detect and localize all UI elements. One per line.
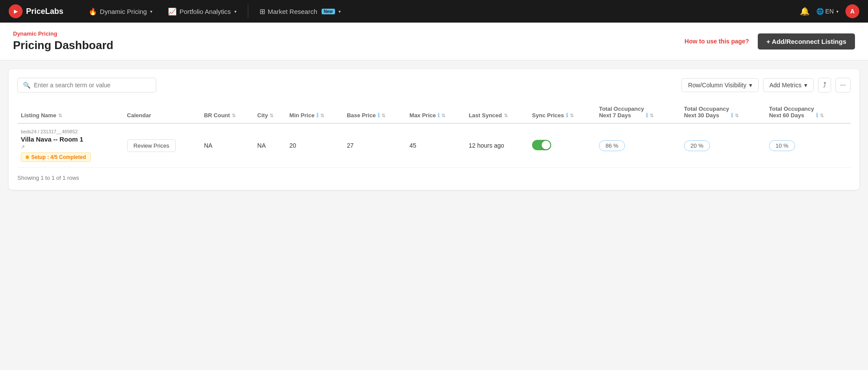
how-to-link[interactable]: How to use this page? [684, 38, 749, 45]
nav-items: 🔥 Dynamic Pricing ▾ 📈 Portfolio Analytic… [81, 0, 800, 23]
avatar-initial: A [850, 8, 855, 15]
sort-icon-occ-30[interactable]: ⇅ [735, 113, 739, 119]
info-icon-occ-7[interactable]: ℹ [646, 112, 648, 119]
share-icon: ⤴ [823, 81, 826, 89]
sort-icon-max-price[interactable]: ⇅ [441, 113, 445, 119]
info-icon-min-price[interactable]: ℹ [316, 112, 319, 119]
sort-icon-br-count[interactable]: ⇅ [232, 113, 236, 119]
globe-icon: 🌐 [816, 8, 824, 15]
table-container: 🔍 Row/Column Visibility ▾ Add Metrics ▾ … [9, 69, 859, 190]
nav-label-dynamic-pricing: Dynamic Pricing [100, 8, 147, 15]
info-icon-sync-prices[interactable]: ℹ [566, 112, 568, 119]
occ-7-badge: 86 % [599, 140, 625, 151]
occ-30-badge: 20 % [684, 140, 710, 151]
add-reconnect-listings-button[interactable]: + Add/Reconnect Listings [758, 33, 855, 50]
sort-icon-base-price[interactable]: ⇅ [381, 113, 385, 119]
col-br-count: BR Count ⇅ [201, 101, 254, 123]
nav-item-dynamic-pricing[interactable]: 🔥 Dynamic Pricing ▾ [81, 0, 160, 23]
info-icon-occ-30[interactable]: ℹ [731, 112, 733, 119]
sort-icon-last-synced[interactable]: ⇅ [504, 113, 508, 119]
cell-occ-60: 10 % [766, 123, 851, 168]
page-title: Pricing Dashboard [13, 39, 113, 52]
nav-item-portfolio-analytics[interactable]: 📈 Portfolio Analytics ▾ [160, 0, 244, 23]
col-occ-60: Total OccupancyNext 60 Days ℹ ⇅ [766, 101, 851, 123]
base-price-value: 27 [347, 142, 354, 149]
info-icon-base-price[interactable]: ℹ [378, 112, 380, 119]
lang-label: EN [825, 8, 834, 15]
search-input[interactable] [34, 82, 151, 89]
max-price-value: 45 [410, 142, 417, 149]
cell-last-synced: 12 hours ago [465, 123, 529, 168]
cell-calendar: Review Prices [124, 123, 201, 168]
row-column-visibility-label: Row/Column Visibility [688, 82, 746, 89]
main-content: 🔍 Row/Column Visibility ▾ Add Metrics ▾ … [0, 60, 868, 198]
page-header-right: How to use this page? + Add/Reconnect Li… [684, 33, 855, 50]
setup-badge[interactable]: Setup : 4/5 Completed [21, 152, 91, 162]
logo[interactable]: ▶ PriceLabs [9, 4, 63, 18]
sort-icon-listing-name[interactable]: ⇅ [58, 113, 62, 119]
nav-item-market-research[interactable]: ⊞ Market Research New ▾ [252, 0, 349, 23]
sync-prices-toggle[interactable] [532, 140, 551, 150]
page-subtitle: Dynamic Pricing [13, 30, 113, 37]
city-value: NA [257, 142, 266, 149]
chevron-icon-market-research: ▾ [339, 9, 341, 14]
info-icon-occ-60[interactable]: ℹ [816, 112, 818, 119]
table-body: beds24 / 231317__489852 Villa Nava -- Ro… [17, 123, 851, 168]
listing-name: Villa Nava -- Room 1 [21, 135, 120, 143]
ellipsis-icon: ··· [840, 81, 846, 89]
review-prices-button[interactable]: Review Prices [127, 139, 176, 152]
chevron-down-icon-metrics: ▾ [804, 82, 807, 89]
navbar: ▶ PriceLabs 🔥 Dynamic Pricing ▾ 📈 Portfo… [0, 0, 868, 23]
new-badge: New [322, 9, 335, 14]
share-button[interactable]: ⤴ [818, 78, 831, 92]
listing-id: beds24 / 231317__489852 [21, 129, 120, 134]
fire-icon: 🔥 [89, 7, 97, 16]
min-price-value: 20 [289, 142, 296, 149]
add-metrics-label: Add Metrics [769, 82, 802, 89]
chevron-icon-portfolio-analytics: ▾ [234, 9, 237, 14]
page-header-left: Dynamic Pricing Pricing Dashboard [13, 30, 113, 52]
search-icon: 🔍 [23, 82, 30, 89]
more-options-button[interactable]: ··· [835, 78, 851, 92]
sort-icon-occ-7[interactable]: ⇅ [650, 113, 654, 119]
col-calendar: Calendar [124, 101, 201, 123]
bell-icon[interactable]: 🔔 [800, 7, 809, 16]
table-row: beds24 / 231317__489852 Villa Nava -- Ro… [17, 123, 851, 168]
chevron-down-icon: ▾ [749, 82, 752, 89]
setup-badge-label: Setup : 4/5 Completed [31, 154, 86, 160]
cell-min-price: 20 [286, 123, 343, 168]
nav-label-portfolio-analytics: Portfolio Analytics [179, 8, 230, 15]
cell-city: NA [254, 123, 286, 168]
listings-table: Listing Name ⇅ Calendar BR Count ⇅ [17, 101, 851, 168]
nav-divider [248, 5, 248, 18]
sort-icon-min-price[interactable]: ⇅ [320, 113, 324, 119]
cell-br-count: NA [201, 123, 254, 168]
cell-sync-prices [529, 123, 595, 168]
last-synced-value: 12 hours ago [469, 142, 504, 149]
grid-icon: ⊞ [260, 7, 265, 16]
add-metrics-button[interactable]: Add Metrics ▾ [763, 78, 814, 92]
page-header: Dynamic Pricing Pricing Dashboard How to… [0, 23, 868, 60]
logo-icon: ▶ [9, 4, 23, 18]
chevron-icon-lang: ▾ [836, 9, 838, 14]
external-link-icon[interactable]: ↗ [21, 144, 25, 150]
cell-occ-7: 86 % [595, 123, 681, 168]
table-footer: Showing 1 to 1 of 1 rows [17, 175, 851, 181]
cell-base-price: 27 [343, 123, 406, 168]
toolbar-right: Row/Column Visibility ▾ Add Metrics ▾ ⤴ … [681, 78, 851, 92]
cell-max-price: 45 [406, 123, 465, 168]
sort-icon-city[interactable]: ⇅ [270, 113, 273, 119]
sort-icon-sync-prices[interactable]: ⇅ [570, 113, 574, 119]
search-box[interactable]: 🔍 [17, 78, 156, 92]
row-column-visibility-button[interactable]: Row/Column Visibility ▾ [681, 78, 758, 92]
col-max-price: Max Price ℹ ⇅ [406, 101, 465, 123]
user-avatar[interactable]: A [845, 4, 859, 18]
col-listing-name: Listing Name ⇅ [17, 101, 124, 123]
sort-icon-occ-60[interactable]: ⇅ [820, 113, 824, 119]
language-selector[interactable]: 🌐 EN ▾ [816, 8, 838, 15]
info-icon-max-price[interactable]: ℹ [437, 112, 440, 119]
logo-text: PriceLabs [26, 7, 63, 16]
col-last-synced: Last Synced ⇅ [465, 101, 529, 123]
table-header: Listing Name ⇅ Calendar BR Count ⇅ [17, 101, 851, 123]
cell-listing-name: beds24 / 231317__489852 Villa Nava -- Ro… [17, 123, 124, 168]
